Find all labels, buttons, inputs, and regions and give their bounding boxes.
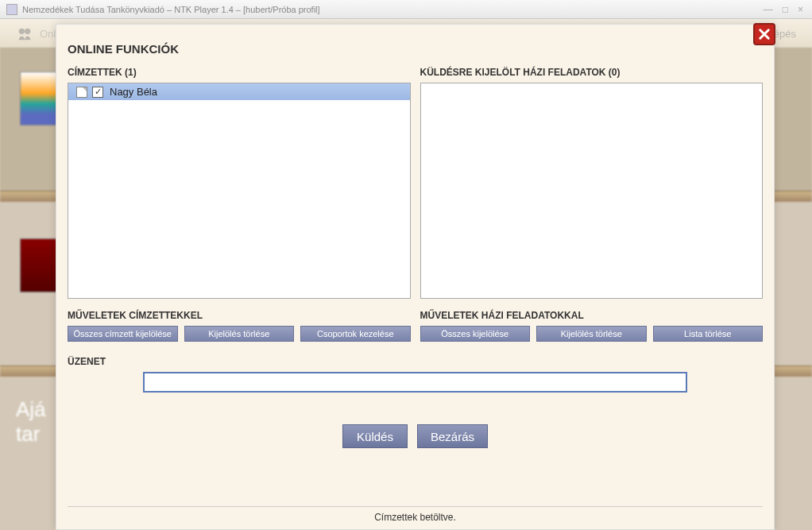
recipient-item[interactable]: ✓ Nagy Béla [68,83,410,100]
select-all-recipients-button[interactable]: Összes címzett kijelölése [68,326,178,342]
recipient-ops-header: MŰVELETEK CÍMZETTEKKEL [68,310,411,321]
window-close-button[interactable]: × [795,4,806,15]
recipients-header: CÍMZETTEK (1) [68,67,411,78]
book-thumbnail [20,238,60,292]
modal-close-button[interactable] [753,23,775,45]
assignments-list[interactable] [420,83,764,299]
send-button[interactable]: Küldés [342,424,408,448]
message-header: ÜZENET [68,356,763,367]
recipient-checkbox[interactable]: ✓ [92,87,103,98]
assignments-header: KÜLDÉSRE KIJELÖLT HÁZI FELADATOK (0) [420,67,764,78]
people-icon [16,25,33,41]
minimize-button[interactable]: — [761,4,775,15]
recipients-list[interactable]: ✓ Nagy Béla [68,83,411,299]
manage-groups-button[interactable]: Csoportok kezelése [300,326,411,342]
window-title: Nemzedékek Tudása Tankönyvkiadó – NTK Pl… [22,5,320,14]
select-all-assignments-button[interactable]: Összes kijelölése [420,326,531,342]
message-section: ÜZENET [68,356,763,393]
book-thumbnail [20,72,60,126]
close-icon [757,27,771,41]
recipients-panel: CÍMZETTEK (1) ✓ Nagy Béla [68,67,411,299]
status-bar: Címzettek betöltve. [68,506,763,523]
window-controls: — □ × [761,4,806,15]
app-icon [6,4,17,15]
clear-list-button[interactable]: Lista törlése [653,326,764,342]
clear-recipient-selection-button[interactable]: Kijelölés törlése [184,326,295,342]
assignments-panel: KÜLDÉSRE KIJELÖLT HÁZI FELADATOK (0) [420,67,764,299]
document-icon [76,87,87,98]
svg-point-0 [19,29,25,34]
recipient-ops: MŰVELETEK CÍMZETTEKKEL Összes címzett ki… [68,310,411,342]
svg-point-1 [25,29,30,34]
assignment-ops: MŰVELETEK HÁZI FELADATOKKAL Összes kijel… [420,310,764,342]
modal-title: ONLINE FUNKCIÓK [68,42,763,56]
background-text: Ajá tar [16,397,46,447]
action-row: Küldés Bezárás [68,424,763,448]
clear-assignment-selection-button[interactable]: Kijelölés törlése [536,326,647,342]
online-functions-modal: ONLINE FUNKCIÓK CÍMZETTEK (1) ✓ Nagy Bél… [56,24,775,530]
message-input[interactable] [143,372,687,393]
close-button[interactable]: Bezárás [417,424,488,448]
assignment-ops-header: MŰVELETEK HÁZI FELADATOKKAL [420,310,764,321]
title-bar: Nemzedékek Tudása Tankönyvkiadó – NTK Pl… [0,0,812,19]
recipient-name: Nagy Béla [110,86,157,98]
maximize-button[interactable]: □ [780,4,791,15]
